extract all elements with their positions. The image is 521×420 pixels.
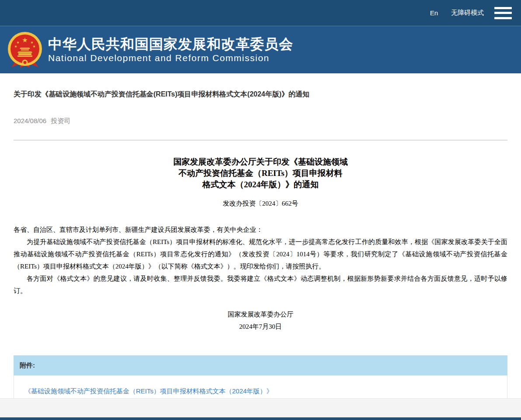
- document-title-line: 不动产投资信托基金（REITs）项目申报材料: [14, 168, 507, 179]
- attachment-body: 《基础设施领域不动产投资信托基金（REITs）项目申报材料格式文本（2024年版…: [14, 375, 507, 398]
- footer: [0, 398, 521, 420]
- article-title: 关于印发《基础设施领域不动产投资信托基金(REITs)项目申报材料格式文本(20…: [14, 90, 507, 99]
- signature-date: 2024年7月30日: [14, 320, 507, 333]
- menu-icon[interactable]: [494, 7, 512, 19]
- article-content: 关于印发《基础设施领域不动产投资信托基金(REITs)项目申报材料格式文本(20…: [0, 73, 521, 398]
- document-number: 发改办投资〔2024〕662号: [14, 200, 507, 208]
- attachment-section: 附件: 《基础设施领域不动产投资信托基金（REITs）项目申报材料格式文本（20…: [14, 355, 507, 398]
- attachment-link[interactable]: 《基础设施领域不动产投资信托基金（REITs）项目申报材料格式文本（2024年版…: [24, 387, 273, 395]
- signature-org: 国家发展改革委办公厅: [14, 308, 507, 320]
- paragraph: 为提升基础设施领域不动产投资信托基金（REITs）项目申报材料的标准化、规范化水…: [14, 236, 507, 272]
- menu-bar: [494, 17, 512, 19]
- footer-bottom-bar: [0, 417, 521, 420]
- lang-en-link[interactable]: En: [430, 9, 438, 17]
- document-title: 国家发展改革委办公厅关于印发《基础设施领域 不动产投资信托基金（REITs）项目…: [14, 156, 507, 190]
- article-meta: 2024/08/06 投资司: [14, 117, 507, 125]
- svg-text:★: ★: [30, 41, 33, 45]
- national-emblem-icon: ★ ★ ★ ★ ★: [6, 31, 44, 69]
- paragraph: 各方面对《格式文本》的意见建议，请及时收集、整理并反馈我委。我委将建立《格式文本…: [14, 272, 507, 297]
- svg-text:★: ★: [22, 36, 28, 44]
- topbar: En 无障碍模式: [0, 0, 521, 26]
- publish-date: 2024/08/06: [14, 117, 46, 124]
- official-document: 国家发展改革委办公厅关于印发《基础设施领域 不动产投资信托基金（REITs）项目…: [14, 156, 507, 333]
- department: 投资司: [51, 117, 70, 124]
- svg-text:★: ★: [16, 41, 19, 45]
- attachment-label: 附件:: [14, 355, 507, 375]
- page: En 无障碍模式 ★ ★ ★ ★ ★: [0, 0, 521, 420]
- site-title-en: National Development and Reform Commissi…: [48, 52, 293, 64]
- paragraph-salutation: 各省、自治区、直辖市及计划单列市、新疆生产建设兵团发展改革委，有关中央企业：: [14, 224, 507, 236]
- document-title-line: 国家发展改革委办公厅关于印发《基础设施领域: [14, 156, 507, 168]
- svg-text:★: ★: [32, 45, 35, 48]
- menu-bar: [494, 7, 512, 9]
- menu-bar: [494, 12, 512, 14]
- document-title-line: 格式文本（2024年版）》的通知: [14, 179, 507, 190]
- divider: [14, 140, 507, 141]
- site-titles: 中华人民共和国国家发展和改革委员会 National Development a…: [48, 36, 293, 64]
- svg-text:★: ★: [14, 45, 17, 48]
- site-header: ★ ★ ★ ★ ★ 中华人民共和国国家发展和改革委员会 National Dev…: [0, 26, 521, 73]
- site-title-cn: 中华人民共和国国家发展和改革委员会: [48, 36, 293, 52]
- accessibility-mode-link[interactable]: 无障碍模式: [451, 9, 484, 17]
- footer-area: [0, 398, 521, 417]
